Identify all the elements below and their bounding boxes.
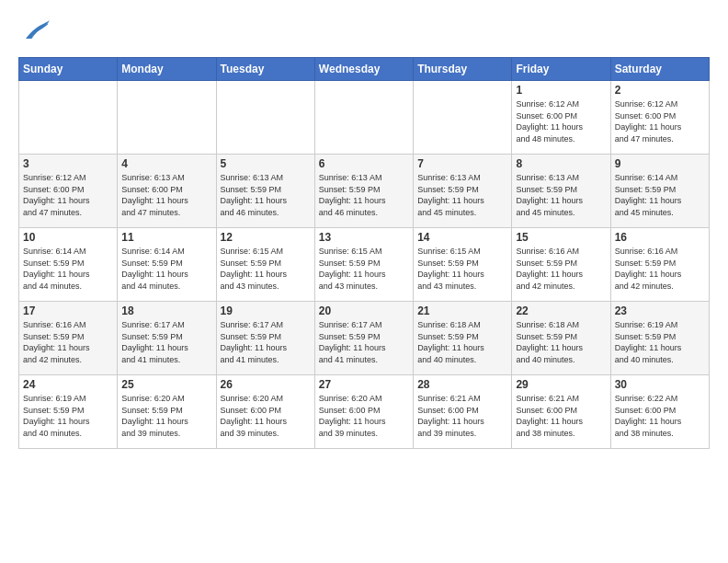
day-info: Sunrise: 6:20 AM Sunset: 6:00 PM Dayligh… [221,393,311,439]
calendar-cell: 27Sunrise: 6:20 AM Sunset: 6:00 PM Dayli… [314,375,413,449]
calendar-cell: 10Sunrise: 6:14 AM Sunset: 5:59 PM Dayli… [19,228,118,302]
day-number: 10 [23,231,113,244]
calendar-cell: 29Sunrise: 6:21 AM Sunset: 6:00 PM Dayli… [512,375,610,449]
calendar-cell: 14Sunrise: 6:15 AM Sunset: 5:59 PM Dayli… [414,228,512,302]
calendar-cell: 20Sunrise: 6:17 AM Sunset: 5:59 PM Dayli… [314,302,413,375]
day-info: Sunrise: 6:16 AM Sunset: 5:59 PM Dayligh… [23,319,113,365]
calendar-cell: 4Sunrise: 6:13 AM Sunset: 6:00 PM Daylig… [118,155,216,228]
day-number: 24 [23,378,113,391]
day-number: 7 [417,157,507,170]
day-number: 27 [319,378,409,391]
calendar-week-row: 24Sunrise: 6:19 AM Sunset: 5:59 PM Dayli… [19,375,710,449]
day-info: Sunrise: 6:12 AM Sunset: 6:00 PM Dayligh… [516,98,606,144]
calendar-cell [118,81,216,155]
day-number: 19 [221,304,311,317]
weekday-header: Wednesday [314,58,413,81]
day-info: Sunrise: 6:17 AM Sunset: 5:59 PM Dayligh… [221,319,311,365]
day-number: 3 [23,157,113,170]
header [18,15,710,48]
calendar-week-row: 3Sunrise: 6:12 AM Sunset: 6:00 PM Daylig… [19,155,710,228]
calendar-cell: 25Sunrise: 6:20 AM Sunset: 5:59 PM Dayli… [118,375,216,449]
day-info: Sunrise: 6:15 AM Sunset: 5:59 PM Dayligh… [319,246,409,292]
day-info: Sunrise: 6:14 AM Sunset: 5:59 PM Dayligh… [615,172,705,218]
calendar-header-row: SundayMondayTuesdayWednesdayThursdayFrid… [19,58,710,81]
day-info: Sunrise: 6:13 AM Sunset: 5:59 PM Dayligh… [221,172,311,218]
day-number: 5 [221,157,311,170]
calendar-cell: 1Sunrise: 6:12 AM Sunset: 6:00 PM Daylig… [512,81,610,155]
calendar-cell: 12Sunrise: 6:15 AM Sunset: 5:59 PM Dayli… [216,228,314,302]
logo [18,15,51,48]
calendar-cell: 21Sunrise: 6:18 AM Sunset: 5:59 PM Dayli… [414,302,512,375]
day-number: 28 [417,378,507,391]
day-number: 16 [615,231,705,244]
day-number: 14 [417,231,507,244]
calendar-cell: 17Sunrise: 6:16 AM Sunset: 5:59 PM Dayli… [19,302,118,375]
calendar-cell: 24Sunrise: 6:19 AM Sunset: 5:59 PM Dayli… [19,375,118,449]
day-info: Sunrise: 6:21 AM Sunset: 6:00 PM Dayligh… [417,393,507,439]
calendar-cell: 22Sunrise: 6:18 AM Sunset: 5:59 PM Dayli… [512,302,610,375]
day-info: Sunrise: 6:21 AM Sunset: 6:00 PM Dayligh… [516,393,606,439]
calendar-cell: 15Sunrise: 6:16 AM Sunset: 5:59 PM Dayli… [512,228,610,302]
day-number: 15 [516,231,606,244]
day-number: 13 [319,231,409,244]
day-info: Sunrise: 6:18 AM Sunset: 5:59 PM Dayligh… [417,319,507,365]
calendar-cell: 30Sunrise: 6:22 AM Sunset: 6:00 PM Dayli… [610,375,709,449]
calendar-cell: 8Sunrise: 6:13 AM Sunset: 5:59 PM Daylig… [512,155,610,228]
day-number: 18 [121,304,211,317]
day-info: Sunrise: 6:15 AM Sunset: 5:59 PM Dayligh… [417,246,507,292]
day-number: 22 [516,304,606,317]
day-info: Sunrise: 6:13 AM Sunset: 5:59 PM Dayligh… [516,172,606,218]
day-number: 11 [121,231,211,244]
day-info: Sunrise: 6:18 AM Sunset: 5:59 PM Dayligh… [516,319,606,365]
weekday-header: Monday [118,58,216,81]
day-info: Sunrise: 6:13 AM Sunset: 5:59 PM Dayligh… [417,172,507,218]
calendar-cell: 19Sunrise: 6:17 AM Sunset: 5:59 PM Dayli… [216,302,314,375]
day-info: Sunrise: 6:19 AM Sunset: 5:59 PM Dayligh… [23,393,113,439]
day-info: Sunrise: 6:16 AM Sunset: 5:59 PM Dayligh… [516,246,606,292]
logo-bird-icon [18,15,51,48]
day-info: Sunrise: 6:14 AM Sunset: 5:59 PM Dayligh… [23,246,113,292]
day-info: Sunrise: 6:13 AM Sunset: 6:00 PM Dayligh… [121,172,211,218]
calendar-cell [414,81,512,155]
calendar-cell: 6Sunrise: 6:13 AM Sunset: 5:59 PM Daylig… [314,155,413,228]
day-info: Sunrise: 6:22 AM Sunset: 6:00 PM Dayligh… [615,393,705,439]
page-container: SundayMondayTuesdayWednesdayThursdayFrid… [0,0,728,458]
calendar-cell: 28Sunrise: 6:21 AM Sunset: 6:00 PM Dayli… [414,375,512,449]
day-number: 17 [23,304,113,317]
day-number: 12 [221,231,311,244]
day-info: Sunrise: 6:19 AM Sunset: 5:59 PM Dayligh… [615,319,705,365]
calendar-cell: 16Sunrise: 6:16 AM Sunset: 5:59 PM Dayli… [610,228,709,302]
calendar-cell: 9Sunrise: 6:14 AM Sunset: 5:59 PM Daylig… [610,155,709,228]
day-number: 23 [615,304,705,317]
day-number: 29 [516,378,606,391]
day-info: Sunrise: 6:16 AM Sunset: 5:59 PM Dayligh… [615,246,705,292]
weekday-header: Tuesday [216,58,314,81]
day-info: Sunrise: 6:14 AM Sunset: 5:59 PM Dayligh… [121,246,211,292]
day-number: 30 [615,378,705,391]
calendar-table: SundayMondayTuesdayWednesdayThursdayFrid… [18,57,710,449]
day-number: 25 [121,378,211,391]
day-info: Sunrise: 6:12 AM Sunset: 6:00 PM Dayligh… [615,98,705,144]
calendar-cell: 13Sunrise: 6:15 AM Sunset: 5:59 PM Dayli… [314,228,413,302]
day-number: 8 [516,157,606,170]
calendar-cell: 26Sunrise: 6:20 AM Sunset: 6:00 PM Dayli… [216,375,314,449]
calendar-cell: 18Sunrise: 6:17 AM Sunset: 5:59 PM Dayli… [118,302,216,375]
weekday-header: Sunday [19,58,118,81]
weekday-header: Saturday [610,58,709,81]
day-number: 4 [121,157,211,170]
day-number: 6 [319,157,409,170]
calendar-week-row: 10Sunrise: 6:14 AM Sunset: 5:59 PM Dayli… [19,228,710,302]
day-info: Sunrise: 6:12 AM Sunset: 6:00 PM Dayligh… [23,172,113,218]
calendar-cell: 11Sunrise: 6:14 AM Sunset: 5:59 PM Dayli… [118,228,216,302]
calendar-cell: 5Sunrise: 6:13 AM Sunset: 5:59 PM Daylig… [216,155,314,228]
calendar-cell [216,81,314,155]
weekday-header: Thursday [414,58,512,81]
day-number: 9 [615,157,705,170]
day-info: Sunrise: 6:17 AM Sunset: 5:59 PM Dayligh… [319,319,409,365]
calendar-cell: 2Sunrise: 6:12 AM Sunset: 6:00 PM Daylig… [610,81,709,155]
calendar-week-row: 17Sunrise: 6:16 AM Sunset: 5:59 PM Dayli… [19,302,710,375]
day-number: 2 [615,84,705,97]
day-number: 26 [221,378,311,391]
weekday-header: Friday [512,58,610,81]
calendar-cell: 3Sunrise: 6:12 AM Sunset: 6:00 PM Daylig… [19,155,118,228]
